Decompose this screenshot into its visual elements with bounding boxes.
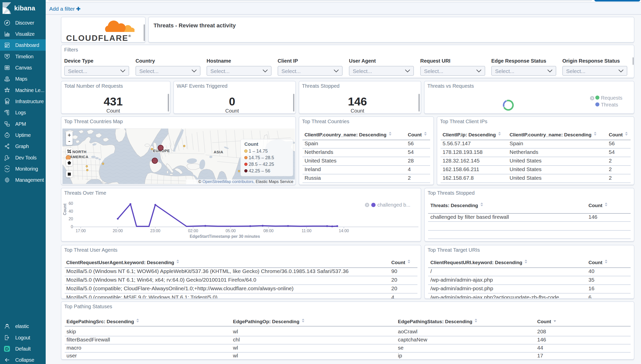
svg-text:11:00: 11:00 [302, 229, 312, 233]
svg-text:0: 0 [71, 225, 73, 229]
svg-text:AMERICA: AMERICA [70, 155, 89, 159]
svg-text:© OpenStreetMap contributors,: © OpenStreetMap contributors, Elastic Ma… [198, 179, 293, 184]
svg-text:ASIA: ASIA [214, 150, 223, 154]
svg-text:Count: Count [244, 141, 259, 147]
svg-text:1 – 14.75: 1 – 14.75 [249, 149, 268, 154]
svg-text:20: 20 [69, 217, 73, 221]
svg-text:42.25 – 56: 42.25 – 56 [249, 168, 270, 173]
svg-text:08:00: 08:00 [263, 229, 274, 233]
svg-text:Count: Count [63, 203, 67, 215]
svg-text:23:00: 23:00 [150, 229, 160, 233]
svg-text:14.75 – 28.5: 14.75 – 28.5 [249, 155, 274, 160]
svg-text:EdgeStartTimestamp per 30 minu: EdgeStartTimestamp per 30 minutes [190, 234, 260, 239]
svg-text:NORTH: NORTH [72, 150, 87, 154]
svg-text:02:00: 02:00 [188, 229, 198, 233]
svg-text:05:00: 05:00 [226, 229, 236, 233]
svg-text:20:00: 20:00 [113, 229, 123, 233]
svg-text:60: 60 [69, 201, 73, 206]
svg-text:28.5 – 42.25: 28.5 – 42.25 [249, 162, 274, 167]
svg-text:14:00: 14:00 [339, 229, 349, 233]
svg-text:17:00: 17:00 [76, 229, 86, 233]
svg-text:40: 40 [69, 209, 73, 213]
